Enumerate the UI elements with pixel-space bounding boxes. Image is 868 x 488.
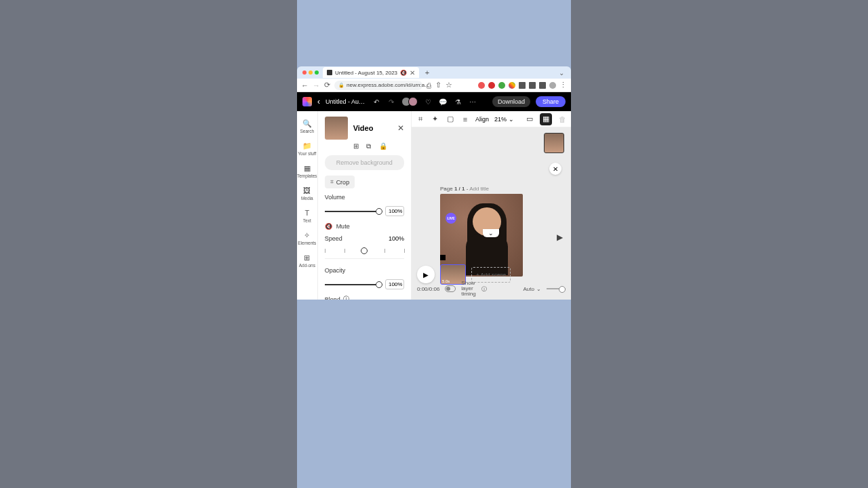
rail-search[interactable]: 🔍Search — [300, 119, 315, 134]
window-controls[interactable] — [302, 70, 319, 75]
duplicate-icon[interactable]: ⧉ — [366, 142, 374, 150]
sparkle-icon[interactable]: ✦ — [431, 115, 440, 124]
crop-button[interactable]: ⌗ Crop — [325, 176, 355, 188]
elements-icon: ✧ — [303, 231, 311, 239]
url-bar[interactable]: 🔒 new.express.adobe.com/id/urn:a... — [334, 81, 422, 90]
mute-icon: 🔇 — [325, 223, 332, 230]
opacity-slider[interactable] — [325, 284, 381, 285]
browser-back-icon[interactable]: ← — [301, 81, 309, 89]
rail-elements[interactable]: ✧Elements — [298, 231, 316, 245]
extension-icon[interactable] — [509, 82, 515, 89]
extensions-puzzle-icon[interactable] — [519, 82, 526, 89]
extension-icon[interactable] — [539, 82, 546, 89]
browser-forward-icon[interactable]: → — [313, 81, 320, 89]
grid-view-icon[interactable]: ▦ — [540, 113, 552, 125]
align-label[interactable]: Align — [475, 116, 489, 123]
mute-button[interactable]: 🔇 Mute — [325, 223, 404, 230]
crop-tool-icon[interactable]: ⌗ — [416, 115, 425, 124]
info-icon[interactable]: ⓘ — [343, 295, 349, 300]
collaborators[interactable] — [401, 97, 418, 106]
shape-icon[interactable]: ▢ — [446, 115, 455, 124]
undo-icon[interactable]: ↶ — [372, 97, 381, 106]
lock-icon[interactable]: 🔒 — [379, 142, 387, 150]
rail-addons[interactable]: ⊞Add-ons — [299, 253, 315, 268]
adobe-express-logo[interactable] — [302, 97, 312, 106]
install-app-icon[interactable]: ⎙ — [427, 81, 431, 89]
templates-icon: ▦ — [303, 164, 311, 172]
chevron-down-icon: ⌄ — [509, 116, 514, 123]
zoom-select[interactable]: 21%⌄ — [494, 116, 514, 123]
volume-value[interactable]: 100% — [385, 206, 404, 216]
comment-icon[interactable]: 💬 — [438, 97, 448, 106]
browser-reload-icon[interactable]: ⟳ — [324, 81, 330, 89]
tabs-overflow-icon[interactable]: ⌄ — [559, 69, 564, 77]
chevron-down-icon: ⌄ — [536, 286, 541, 292]
add-title-input[interactable]: Add title — [469, 186, 489, 192]
rail-templates[interactable]: ▦Templates — [297, 164, 317, 178]
volume-slider[interactable] — [325, 211, 381, 212]
share-button[interactable]: Share — [536, 96, 566, 107]
delete-icon: 🗑 — [557, 115, 567, 124]
share-url-icon[interactable]: ⇧ — [435, 81, 441, 89]
close-tab-icon[interactable]: ✕ — [410, 69, 415, 77]
volume-label: Volume — [325, 194, 404, 201]
lock-icon: 🔒 — [338, 83, 344, 88]
close-thumbnail-icon[interactable]: ✕ — [549, 163, 561, 175]
opacity-value[interactable]: 100% — [385, 279, 404, 289]
next-page-icon[interactable]: ▶ — [557, 232, 563, 242]
redo-icon: ↷ — [387, 97, 396, 106]
text-icon: T — [303, 209, 311, 217]
app-header: ‹ Untitled - August 15, ↶ ↷ ♡ 💬 ⚗ ⋯ Down… — [297, 92, 571, 111]
left-rail: 🔍Search 📁Your stuff ▦Templates 🖼Media TT… — [297, 111, 318, 300]
browser-menu-icon[interactable]: ⋮ — [559, 81, 567, 89]
beaker-icon[interactable]: ⚗ — [453, 97, 462, 106]
page-thumbnail[interactable] — [544, 133, 564, 153]
more-icon[interactable]: ⋯ — [468, 97, 477, 106]
extension-icon[interactable] — [478, 82, 485, 89]
opacity-label: Opacity — [325, 267, 404, 274]
browser-tab[interactable]: Untitled - August 15, 2023 🔇 ✕ — [323, 67, 419, 78]
align-icon: ≡ — [460, 115, 470, 124]
layer-timing-toggle[interactable] — [445, 285, 456, 292]
remove-background-button: Remove background — [325, 155, 404, 170]
new-tab-button[interactable]: + — [423, 68, 431, 77]
favicon — [327, 70, 332, 75]
extension-icon[interactable] — [488, 82, 495, 89]
video-properties-panel: Video ✕ ⊞ ⧉ 🔒 Remove background ⌗ Crop V… — [318, 111, 412, 300]
rail-text[interactable]: TText — [303, 209, 311, 223]
hint-icon[interactable]: ♡ — [423, 97, 433, 106]
browser-chrome: Untitled - August 15, 2023 🔇 ✕ + ⌄ ← → ⟳… — [297, 66, 571, 92]
present-icon[interactable]: ▭ — [525, 115, 534, 124]
crop-icon: ⌗ — [330, 178, 334, 186]
extension-icon[interactable] — [529, 82, 536, 89]
page-indicator: Page 1 / 1 - Add title — [440, 186, 489, 192]
rail-your-stuff[interactable]: 📁Your stuff — [298, 142, 316, 156]
panel-title: Video — [353, 124, 392, 132]
info-icon[interactable]: ⓘ — [481, 285, 487, 293]
playhead[interactable] — [440, 255, 446, 260]
bookmark-icon[interactable]: ☆ — [446, 81, 452, 89]
close-panel-icon[interactable]: ✕ — [397, 123, 404, 133]
back-icon[interactable]: ‹ — [317, 97, 320, 106]
timeline-zoom-slider[interactable] — [547, 288, 566, 289]
media-icon: 🖼 — [303, 186, 311, 195]
rail-media[interactable]: 🖼Media — [301, 186, 313, 201]
profile-avatar[interactable] — [549, 82, 556, 89]
speed-label: Speed — [325, 235, 342, 242]
time-display: 0:00/0:06 — [417, 286, 439, 292]
addons-icon: ⊞ — [303, 253, 311, 262]
timeline-collapse-icon[interactable]: ⌄ — [483, 229, 499, 237]
live-badge: LIVE — [446, 213, 456, 224]
video-thumbnail[interactable] — [325, 117, 348, 140]
canvas-area: ⌗ ✦ ▢ ≡ Align 21%⌄ ▭ ▦ 🗑 ✕ Page 1 / 1 - … — [412, 111, 571, 300]
download-button[interactable]: Download — [492, 96, 530, 107]
folder-icon: 📁 — [303, 142, 311, 150]
tab-mute-icon[interactable]: 🔇 — [400, 70, 407, 76]
timeline-zoom-auto[interactable]: Auto⌄ — [524, 286, 541, 292]
search-icon: 🔍 — [303, 119, 311, 127]
ungroup-icon[interactable]: ⊞ — [353, 142, 361, 150]
context-toolbar: ⌗ ✦ ▢ ≡ Align 21%⌄ ▭ ▦ 🗑 — [412, 111, 571, 127]
extension-icon[interactable] — [498, 82, 505, 89]
document-title[interactable]: Untitled - August 15, — [326, 98, 366, 105]
layer-timing-label: Show layer timing — [461, 281, 475, 297]
